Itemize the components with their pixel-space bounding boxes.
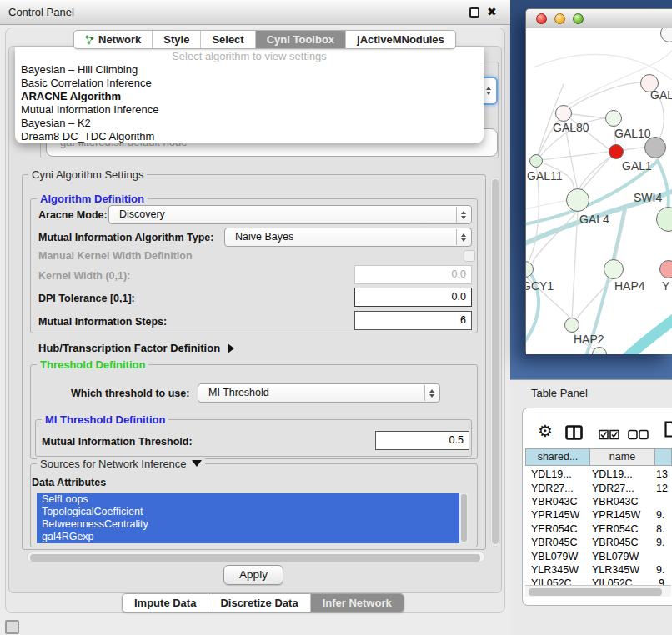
tab-select[interactable]: Select xyxy=(201,31,255,48)
dpi-tolerance-input[interactable]: 0.0 xyxy=(354,288,472,307)
dropdown-item-bayesian-k2[interactable]: Bayesian – K2 xyxy=(15,117,484,130)
unchecked-columns-icon[interactable] xyxy=(628,428,649,443)
kernel-width-input[interactable]: 0.0 xyxy=(354,265,472,284)
table-row[interactable]: YPR145WYPR145W9. xyxy=(525,508,672,522)
table-cell: YDL19... xyxy=(525,468,590,480)
manual-kernel-checkbox[interactable] xyxy=(464,250,475,262)
mi-type-select[interactable]: Naive Bayes xyxy=(224,228,472,247)
table-cell: YBR043C xyxy=(525,496,590,508)
table-cell: YIL052C xyxy=(525,578,590,585)
tab-network[interactable]: Network xyxy=(74,31,153,48)
network-node-hap2[interactable] xyxy=(564,318,579,332)
document-icon[interactable] xyxy=(664,421,672,441)
gear-icon[interactable]: ⚙ xyxy=(538,421,553,441)
table-cell: 9. xyxy=(656,537,672,548)
network-view-window[interactable]: GALGAL80GAL10GAL1GAL11GAL4SWI4GCY1HAP4YH… xyxy=(525,8,672,354)
dropdown-item-aracne-algorithm[interactable]: ARACNE Algorithm xyxy=(15,90,484,103)
network-node-y[interactable] xyxy=(659,260,672,278)
close-icon[interactable]: ✖ xyxy=(487,5,497,18)
mi-steps-input[interactable]: 6 xyxy=(354,311,472,330)
checked-columns-icon[interactable] xyxy=(599,428,619,443)
table-cell: YIL052C xyxy=(590,578,656,585)
algorithm-definition-title: Algorithm Definition xyxy=(37,192,148,205)
table-row[interactable]: YBR043CYBR043C xyxy=(525,495,672,508)
attribute-item-selfloops[interactable]: SelfLoops xyxy=(37,493,459,506)
close-traffic-light-icon[interactable] xyxy=(536,13,547,24)
tab-style[interactable]: Style xyxy=(153,31,201,48)
data-attributes-label: Data Attributes xyxy=(32,477,106,488)
float-window-icon[interactable] xyxy=(469,8,479,18)
tab-jactivemnodules[interactable]: jActiveMNodules xyxy=(346,31,455,48)
table-horizontal-scrollbar[interactable] xyxy=(525,585,671,597)
table-row[interactable]: YIL052CYIL052C9 xyxy=(525,577,672,585)
dropdown-item-dream8-dc-tdc-algorithm[interactable]: Dream8 DC_TDC Algorithm xyxy=(15,130,484,143)
attribute-item-gal4rgexp[interactable]: gal4RGexp xyxy=(37,531,459,543)
mi-steps-label: Mutual Information Steps: xyxy=(38,316,167,328)
settings-vertical-scrollbar[interactable] xyxy=(490,177,500,547)
table-cell: 9. xyxy=(656,564,672,576)
table-row[interactable]: YDR27...YDR27...12 xyxy=(525,481,672,494)
tab-discretize-data[interactable]: Discretize Data xyxy=(208,594,310,612)
network-node-label: GAL xyxy=(650,88,672,102)
minimize-traffic-light-icon[interactable] xyxy=(554,13,565,24)
table-cell: YPR145W xyxy=(525,509,590,521)
scrollbar-thumb[interactable] xyxy=(529,588,662,596)
scrollbar-thumb[interactable] xyxy=(30,554,480,562)
table-row[interactable]: YBL079WYBL079W xyxy=(525,549,672,562)
table-row[interactable]: YER054CYER054C8. xyxy=(525,522,672,536)
scrollbar-thumb[interactable] xyxy=(492,179,499,544)
settings-horizontal-scrollbar[interactable] xyxy=(27,552,485,562)
docked-panel-icon[interactable] xyxy=(5,620,19,634)
network-node-gal11[interactable] xyxy=(529,154,543,168)
column-header-shared-[interactable]: shared... xyxy=(525,448,590,466)
chevron-down-icon xyxy=(192,460,202,467)
split-table-icon[interactable] xyxy=(565,425,583,443)
network-node-hap4[interactable] xyxy=(604,259,624,279)
network-node-label: GAL10 xyxy=(614,127,651,140)
table-body: YDL19...YDL19...13YDR27...YDR27...12YBR0… xyxy=(525,468,672,585)
network-node-label: GAL4 xyxy=(579,212,609,226)
table-cell: 9 xyxy=(656,578,672,585)
attribute-item-topologicalcoefficient[interactable]: TopologicalCoefficient xyxy=(37,506,459,518)
dropdown-item-bayesian-hill-climbing[interactable]: Bayesian – Hill Climbing xyxy=(15,63,484,77)
zoom-traffic-light-icon[interactable] xyxy=(573,13,584,24)
network-window-titlebar[interactable] xyxy=(526,9,672,28)
network-node-gal4[interactable] xyxy=(566,188,589,212)
table-row[interactable]: YBR045CYBR045C9. xyxy=(525,536,672,549)
dropdown-item-mutual-information-inference[interactable]: Mutual Information Inference xyxy=(15,103,484,117)
network-canvas[interactable]: GALGAL80GAL10GAL1GAL11GAL4SWI4GCY1HAP4YH… xyxy=(526,28,672,354)
table-panel-title: Table Panel xyxy=(531,387,588,399)
tab-label: jActiveMNodules xyxy=(357,33,444,46)
which-threshold-select[interactable]: MI Threshold xyxy=(198,383,440,402)
network-node-gal10[interactable] xyxy=(605,110,622,127)
table-row[interactable]: YLR345WYLR345W9. xyxy=(525,563,672,577)
tab-cyni-toolbox[interactable]: Cyni Toolbox xyxy=(256,31,346,48)
table-cell: YLR345W xyxy=(590,564,656,576)
threshold-definition-title: Threshold Definition xyxy=(37,358,148,371)
dropdown-item-basic-correlation-inference[interactable]: Basic Correlation Inference xyxy=(15,77,484,90)
data-attributes-list[interactable]: SelfLoopsTopologicalCoefficientBetweenne… xyxy=(37,493,459,543)
sources-group-title[interactable]: Sources for Network Inference xyxy=(37,458,205,470)
attribute-item-betweennesscentrality[interactable]: BetweennessCentrality xyxy=(37,518,459,531)
network-node-gal80[interactable] xyxy=(555,105,572,122)
column-header-name[interactable]: name xyxy=(589,448,655,466)
table-cell: YBR045C xyxy=(525,537,590,548)
cyni-bottom-tab-bar: Impute DataDiscretize DataInfer Network xyxy=(122,593,404,612)
table-cell: 9. xyxy=(656,509,672,521)
tab-infer-network[interactable]: Infer Network xyxy=(311,594,404,612)
tab-impute-data[interactable]: Impute Data xyxy=(123,594,208,612)
tab-label: Style xyxy=(163,33,189,46)
scrollbar-thumb[interactable] xyxy=(461,494,467,542)
apply-button[interactable]: Apply xyxy=(223,565,283,585)
stepper-arrows-icon xyxy=(456,207,470,222)
column-header-2[interactable] xyxy=(654,448,672,466)
aracne-mode-select[interactable]: Discovery xyxy=(108,205,472,224)
mi-threshold-input[interactable]: 0.5 xyxy=(375,431,469,450)
table-row[interactable]: YDL19...YDL19...13 xyxy=(525,468,672,481)
algorithm-dropdown-popup: Select algorithm to view settings Bayesi… xyxy=(15,48,484,143)
attributes-list-scrollbar[interactable] xyxy=(459,493,468,543)
hub-definition-expander[interactable]: Hub/Transcription Factor Definition xyxy=(38,342,234,354)
network-node[interactable] xyxy=(644,137,666,158)
network-node-gal1[interactable] xyxy=(609,144,624,159)
table-cell: 8. xyxy=(656,523,672,535)
